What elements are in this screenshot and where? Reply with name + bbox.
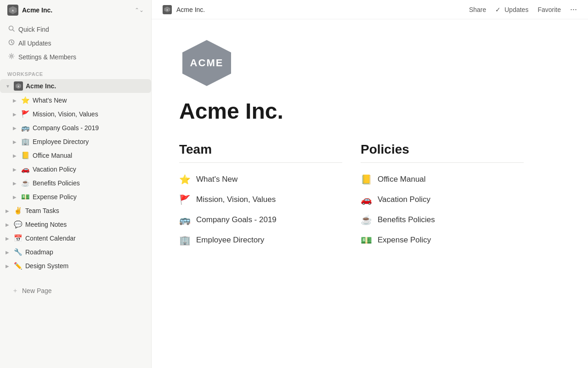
whats-new-label: What's New [33,97,67,104]
whats-new-link-label: What's New [196,175,237,184]
arrow-icon: ▶ [13,98,19,103]
roadmap-emoji: 🔧 [14,248,23,256]
nav-settings[interactable]: Settings & Members [4,50,147,63]
office-manual-link-emoji: 📒 [361,174,372,185]
acme-logo: ACME [179,38,234,88]
team-divider [179,162,342,163]
vacation-policy-link-emoji: 🚗 [361,194,372,205]
sidebar-nav: Quick Find All Updates Settings & Member… [0,20,151,66]
svg-line-6 [11,42,13,43]
design-system-label: Design System [25,262,68,270]
svg-point-7 [11,55,12,57]
sidebar-item-content-calendar[interactable]: ▶ 📅 Content Calendar [0,232,151,245]
arrow-icon: ▶ [13,167,19,172]
sidebar-item-acme-root[interactable]: ▼ A Acme Inc. [0,79,151,93]
topbar-logo: A [163,5,172,14]
mission-link-emoji: 🚩 [179,194,191,205]
content-grid: Team ⭐ What's New 🚩 Mission, Vision, Val… [179,142,524,247]
team-link-company-goals[interactable]: 🚌 Company Goals - 2019 [179,213,342,227]
employee-dir-label: Employee Directory [33,138,89,145]
acme-tree-logo: A [14,81,23,91]
policies-section: Policies 📒 Office Manual 🚗 Vacation Poli… [361,142,524,247]
plus-icon: ＋ [12,287,18,295]
new-page-button[interactable]: ＋ New Page [7,284,144,298]
sidebar-item-whats-new[interactable]: ▶ ⭐ What's New [0,94,151,107]
sidebar-item-benefits[interactable]: ▶ ☕ Benefits Policies [0,177,151,190]
sidebar-item-design-system[interactable]: ▶ ✏️ Design System [0,259,151,272]
team-link-mission[interactable]: 🚩 Mission, Vision, Values [179,192,342,207]
workspace-section-label: WORKSPACE [0,66,151,79]
content-calendar-emoji: 📅 [14,234,23,242]
whats-new-link-emoji: ⭐ [179,174,191,185]
policies-link-office-manual[interactable]: 📒 Office Manual [361,172,524,187]
roadmap-label: Roadmap [25,248,53,256]
arrow-icon: ▶ [13,112,19,117]
company-goals-label: Company Goals - 2019 [33,124,99,132]
team-items: ⭐ What's New 🚩 Mission, Vision, Values 🚌… [179,172,342,247]
sidebar-item-employee-dir[interactable]: ▶ 🏢 Employee Directory [0,135,151,148]
arrow-icon: ▶ [13,195,19,200]
search-icon [8,25,15,33]
svg-text:A: A [167,9,168,11]
workspace-logo: A [7,5,18,16]
workspace-header[interactable]: A Acme Inc. ⌃⌄ [0,0,151,20]
sidebar-item-expense-policy[interactable]: ▶ 💵 Expense Policy [0,190,151,203]
acme-root-label: Acme Inc. [26,82,56,90]
office-manual-emoji: 📒 [21,151,30,160]
sidebar-item-vacation-policy[interactable]: ▶ 🚗 Vacation Policy [0,163,151,176]
topbar-title: Acme Inc. [176,6,469,13]
policies-items: 📒 Office Manual 🚗 Vacation Policy ☕ Bene… [361,172,524,247]
arrow-icon: ▶ [6,236,12,241]
vacation-policy-emoji: 🚗 [21,165,30,173]
mission-emoji: 🚩 [21,110,30,118]
page-title: Acme Inc. [179,99,560,124]
office-manual-label: Office Manual [33,152,72,159]
sidebar-item-mission[interactable]: ▶ 🚩 Mission, Vision, Values [0,108,151,121]
policies-divider [361,162,524,163]
company-goals-link-label: Company Goals - 2019 [196,215,277,224]
updates-button[interactable]: ✓ Updates [495,6,528,13]
company-goals-emoji: 🚌 [21,124,30,132]
sidebar-item-meeting-notes[interactable]: ▶ 💬 Meeting Notes [0,218,151,231]
expense-policy-link-emoji: 💵 [361,235,372,246]
team-tasks-label: Team Tasks [25,207,59,214]
policies-section-title: Policies [361,142,524,157]
check-icon: ✓ [495,6,501,13]
sidebar-item-company-goals[interactable]: ▶ 🚌 Company Goals - 2019 [0,121,151,134]
sidebar-item-office-manual[interactable]: ▶ 📒 Office Manual [0,149,151,162]
sidebar-item-team-tasks[interactable]: ▶ ✌️ Team Tasks [0,204,151,217]
office-manual-link-label: Office Manual [378,175,426,184]
mission-link-label: Mission, Vision, Values [196,195,276,204]
vacation-policy-label: Vacation Policy [33,166,76,173]
arrow-icon: ▶ [13,139,19,144]
benefits-link-emoji: ☕ [361,214,372,225]
employee-dir-emoji: 🏢 [21,138,30,146]
vacation-policy-link-label: Vacation Policy [378,195,430,204]
policies-link-vacation-policy[interactable]: 🚗 Vacation Policy [361,192,524,207]
arrow-icon: ▶ [13,126,19,131]
arrow-icon: ▶ [6,222,12,227]
arrow-icon: ▶ [13,181,19,186]
collapse-arrow-icon: ▼ [6,84,12,89]
more-options-button[interactable]: ··· [570,5,577,14]
topbar: A Acme Inc. Share ✓ Updates Favorite ··· [152,0,588,19]
expense-policy-label: Expense Policy [33,193,77,201]
content-calendar-label: Content Calendar [25,235,76,242]
arrow-icon: ▶ [6,250,12,255]
team-link-employee-dir[interactable]: 🏢 Employee Directory [179,233,342,247]
team-link-whats-new[interactable]: ⭐ What's New [179,172,342,187]
clock-icon [8,39,15,47]
share-button[interactable]: Share [469,6,486,13]
svg-text:ACME: ACME [190,57,224,69]
nav-quick-find[interactable]: Quick Find [4,23,147,36]
svg-line-3 [13,30,15,32]
policies-link-benefits[interactable]: ☕ Benefits Policies [361,213,524,227]
favorite-button[interactable]: Favorite [537,6,561,13]
company-goals-link-emoji: 🚌 [179,214,191,225]
policies-link-expense-policy[interactable]: 💵 Expense Policy [361,233,524,247]
benefits-link-label: Benefits Policies [378,215,435,224]
team-section: Team ⭐ What's New 🚩 Mission, Vision, Val… [179,142,342,247]
nav-all-updates[interactable]: All Updates [4,36,147,50]
sidebar-item-roadmap[interactable]: ▶ 🔧 Roadmap [0,246,151,259]
benefits-label: Benefits Policies [33,179,80,187]
